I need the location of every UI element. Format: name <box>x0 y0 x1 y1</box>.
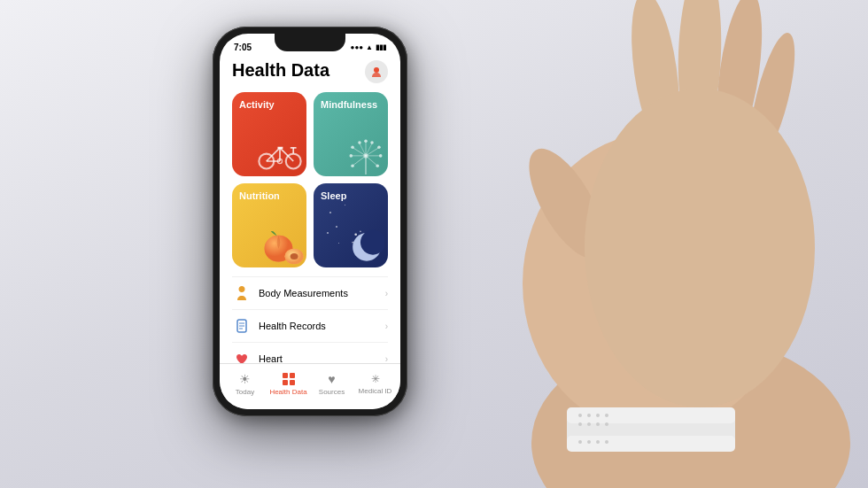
health-records-chevron: › <box>385 321 388 331</box>
category-grid: Activity <box>232 92 388 267</box>
svg-point-44 <box>364 139 368 143</box>
svg-point-61 <box>354 233 357 236</box>
notch <box>275 34 345 51</box>
sleep-label: Sleep <box>321 190 381 201</box>
tab-bar: ☀ Today Health Data ♥ <box>220 363 400 409</box>
svg-point-45 <box>377 145 381 149</box>
svg-point-8 <box>605 414 608 417</box>
health-records-text: Health Records <box>259 321 385 331</box>
activity-label: Activity <box>239 99 299 110</box>
phone: 7:05 ●●● ▲ ▮▮▮ Health Data <box>213 27 407 416</box>
svg-point-13 <box>578 440 582 444</box>
body-measurements-chevron: › <box>385 289 388 298</box>
svg-point-49 <box>350 154 353 158</box>
svg-point-9 <box>578 422 582 426</box>
wifi-icon: ▲ <box>366 43 373 51</box>
svg-point-60 <box>360 230 384 255</box>
page-title: Health Data <box>232 60 329 80</box>
sleep-card[interactable]: Sleep <box>314 183 388 267</box>
list-item-body-measurements[interactable]: Body Measurements › <box>232 277 388 310</box>
nutrition-card[interactable]: Nutrition <box>232 183 306 267</box>
tab-medical-id[interactable]: ✳ Medical ID <box>353 373 397 395</box>
svg-point-14 <box>587 440 591 444</box>
header: Health Data <box>232 60 388 83</box>
svg-point-62 <box>360 230 361 232</box>
svg-point-16 <box>605 440 608 444</box>
signal-icon: ●●● <box>351 43 364 51</box>
svg-point-10 <box>587 422 591 426</box>
svg-point-23 <box>374 67 379 73</box>
body-measurements-text: Body Measurements <box>259 288 385 298</box>
today-icon: ☀ <box>239 372 251 386</box>
svg-point-12 <box>605 422 608 426</box>
svg-rect-71 <box>290 373 295 378</box>
peach-icon <box>259 227 305 266</box>
svg-rect-73 <box>290 380 295 385</box>
health-data-label: Health Data <box>269 388 306 396</box>
tab-health-data[interactable]: Health Data <box>267 372 310 396</box>
svg-point-46 <box>379 154 383 158</box>
heart-text: Heart <box>259 353 385 363</box>
sources-icon: ♥ <box>328 372 335 386</box>
svg-point-22 <box>585 89 815 407</box>
bike-icon <box>257 137 303 171</box>
svg-point-53 <box>363 153 368 158</box>
heart-icon-wrapper <box>232 349 252 363</box>
health-data-icon <box>282 372 296 386</box>
svg-point-58 <box>291 253 298 259</box>
status-time: 7:05 <box>234 43 252 52</box>
medical-id-icon: ✳ <box>371 373 380 385</box>
svg-point-6 <box>587 414 591 417</box>
battery-icon: ▮▮▮ <box>376 43 386 51</box>
dandelion-icon <box>347 136 384 174</box>
svg-point-11 <box>596 422 600 426</box>
svg-point-48 <box>351 165 354 168</box>
mindfulness-label: Mindfulness <box>321 99 381 110</box>
svg-point-51 <box>370 141 374 144</box>
list-item-heart[interactable]: Heart › <box>232 343 388 363</box>
svg-point-7 <box>596 414 600 417</box>
activity-card[interactable]: Activity <box>232 92 306 176</box>
svg-point-50 <box>351 145 354 149</box>
svg-point-15 <box>596 440 600 444</box>
heart-chevron: › <box>385 354 388 364</box>
svg-point-47 <box>376 165 379 168</box>
today-label: Today <box>236 388 254 396</box>
mindfulness-card[interactable]: Mindfulness <box>314 92 388 176</box>
sources-label: Sources <box>319 388 345 396</box>
svg-point-52 <box>358 141 361 144</box>
svg-point-63 <box>352 242 353 244</box>
profile-icon <box>370 66 383 78</box>
tab-sources[interactable]: ♥ Sources <box>310 372 353 396</box>
status-icons: ●●● ▲ ▮▮▮ <box>351 43 386 51</box>
medical-id-label: Medical ID <box>359 387 392 395</box>
list-item-health-records[interactable]: Health Records › <box>232 310 388 343</box>
tab-today[interactable]: ☀ Today <box>223 372 267 396</box>
scene: 7:05 ●●● ▲ ▮▮▮ Health Data <box>0 0 868 488</box>
moon-icon <box>349 227 384 266</box>
svg-rect-70 <box>283 373 288 378</box>
svg-point-5 <box>578 414 582 417</box>
svg-rect-4 <box>567 436 735 452</box>
svg-rect-3 <box>567 407 735 423</box>
profile-button[interactable] <box>365 60 388 83</box>
screen-content: Health Data Activity <box>220 57 400 363</box>
svg-rect-72 <box>283 380 288 385</box>
svg-line-39 <box>353 156 366 166</box>
list-items: Body Measurements › Health Records › <box>232 276 388 363</box>
health-records-icon <box>232 316 252 336</box>
nutrition-label: Nutrition <box>239 190 299 201</box>
body-measurements-icon <box>232 283 252 303</box>
